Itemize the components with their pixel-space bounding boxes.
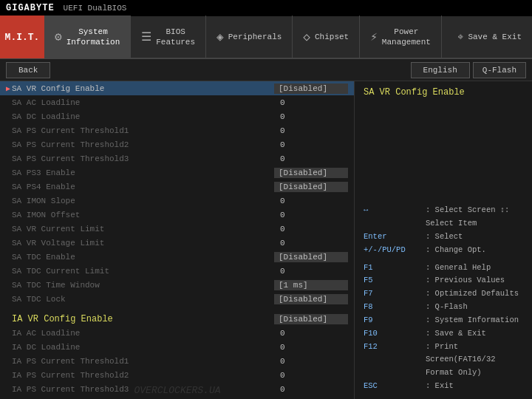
- table-row[interactable]: SA PS4 Enable[Disabled]: [0, 180, 354, 194]
- row-value: 0: [274, 225, 348, 233]
- row-label: SA VR Current Limit: [12, 225, 274, 233]
- key-desc: : Exit: [426, 380, 454, 393]
- table-row[interactable]: SA IMON Offset0: [0, 208, 354, 222]
- key-code: F5: [364, 274, 423, 287]
- row-label: SA VR Config Enable: [12, 84, 274, 93]
- row-label: SA AC Loadline: [12, 98, 274, 107]
- key-desc: : Select: [426, 231, 463, 244]
- save-exit-icon: ⎆: [458, 33, 463, 41]
- key-help-line: F8: Q-Flash: [364, 301, 523, 314]
- nav-chipset-label: Chipset: [315, 32, 349, 42]
- key-code: F9: [364, 314, 423, 327]
- table-row[interactable]: SA PS3 Enable[Disabled]: [0, 166, 354, 180]
- row-value: 0: [274, 112, 348, 121]
- key-code: F1: [364, 262, 423, 275]
- system-information-icon: ⚙: [55, 30, 62, 44]
- key-desc: : General Help: [426, 262, 491, 275]
- nav-bios-features[interactable]: ☰ BIOSFeatures: [131, 16, 206, 58]
- row-label: SA PS Current Threshold3: [12, 154, 274, 163]
- peripherals-icon: ◈: [216, 30, 224, 44]
- nav-system-information-label: SystemInformation: [66, 27, 120, 48]
- back-button[interactable]: Back: [6, 62, 50, 78]
- bios-features-icon: ☰: [141, 30, 151, 44]
- table-row[interactable]: SA IMON Slope0: [0, 194, 354, 208]
- nav-peripherals-label: Peripherals: [228, 32, 282, 42]
- table-row[interactable]: IA PS Current Threshold20: [0, 368, 354, 382]
- row-arrow: ▶: [6, 84, 12, 93]
- table-row[interactable]: SA VR Voltage Limit0: [0, 236, 354, 250]
- key-code: F8: [364, 301, 423, 314]
- row-label: IA PS Current Threshold3: [12, 385, 274, 394]
- nav-system-information[interactable]: ⚙ SystemInformation: [44, 16, 131, 58]
- row-value: 0: [274, 267, 348, 276]
- nav-power-label: PowerManagement: [382, 27, 431, 48]
- row-value: 0: [274, 343, 348, 352]
- key-desc: : Save & Exit: [426, 327, 486, 341]
- row-label: SA PS Current Threshold1: [12, 126, 274, 135]
- nav-chipset[interactable]: ◇ Chipset: [293, 16, 360, 58]
- nav-bios-features-label: BIOSFeatures: [156, 27, 195, 48]
- key-code: F12: [364, 341, 423, 381]
- key-desc: : Change Opt.: [426, 244, 486, 257]
- save-exit-button[interactable]: ⎆ Save & Exit: [448, 16, 532, 58]
- row-label: SA PS3 Enable: [12, 168, 274, 177]
- row-label: SA IMON Slope: [12, 197, 274, 205]
- row-value: 0: [274, 371, 348, 380]
- key-desc: : Select Screen ↕: Select Item: [426, 204, 523, 231]
- table-row[interactable]: SA VR Current Limit0: [0, 222, 354, 236]
- item-description: SA VR Config Enable: [364, 87, 523, 117]
- power-icon: ⚡: [370, 30, 378, 44]
- row-value: 0: [274, 385, 348, 394]
- table-row[interactable]: ▶SA VR Config Enable[Disabled]: [0, 81, 354, 95]
- key-code: ↔: [364, 204, 423, 231]
- key-help-line: F1: General Help: [364, 262, 523, 275]
- row-label: SA PS4 Enable: [12, 183, 274, 191]
- nav-power-management[interactable]: ⚡ PowerManagement: [360, 16, 442, 58]
- key-code: F7: [364, 287, 423, 301]
- key-help-line: F5: Previous Values: [364, 274, 523, 287]
- key-code: F10: [364, 327, 423, 341]
- key-help-line: F7: Optimized Defaults: [364, 287, 523, 301]
- row-label: SA TDC Current Limit: [12, 267, 274, 276]
- row-label: SA VR Voltage Limit: [12, 239, 274, 248]
- row-value: [Disabled]: [274, 168, 348, 178]
- table-row[interactable]: IA PS Current Threshold10: [0, 354, 354, 368]
- right-panel: SA VR Config Enable ↔: Select Screen ↕: …: [355, 81, 532, 399]
- mit-button[interactable]: M.I.T.: [0, 16, 44, 58]
- row-label: SA PS Current Threshold2: [12, 140, 274, 149]
- key-desc: : Previous Values: [426, 274, 505, 287]
- table-row[interactable]: SA TDC Lock[Disabled]: [0, 292, 354, 306]
- table-row[interactable]: SA PS Current Threshold30: [0, 151, 354, 166]
- key-help-line: ESC: Exit: [364, 380, 523, 393]
- table-row[interactable]: IA VR Config Enable[Disabled]: [0, 312, 354, 326]
- table-row[interactable]: SA TDC Enable[Disabled]: [0, 250, 354, 264]
- row-value: 0: [274, 126, 348, 135]
- table-row[interactable]: SA TDC Current Limit0: [0, 264, 354, 278]
- table-row[interactable]: SA DC Loadline0: [0, 109, 354, 123]
- language-button[interactable]: English: [411, 62, 470, 78]
- row-value: [Disabled]: [274, 252, 348, 262]
- nav-bar: M.I.T. ⚙ SystemInformation ☰ BIOSFeature…: [0, 16, 532, 59]
- row-value: 0: [274, 197, 348, 205]
- row-label: IA AC Loadline: [12, 329, 274, 338]
- row-value: 0: [274, 211, 348, 219]
- key-help-line: Enter: Select: [364, 231, 523, 244]
- key-desc: : System Information: [426, 314, 519, 327]
- key-code: +/-/PU/PD: [364, 244, 423, 257]
- left-panel: ▶SA VR Config Enable[Disabled]SA AC Load…: [0, 81, 355, 399]
- key-desc: : Print Screen(FAT16/32 Format Only): [426, 341, 523, 381]
- table-row[interactable]: SA AC Loadline0: [0, 95, 354, 109]
- key-code: ESC: [364, 380, 423, 393]
- table-row[interactable]: SA PS Current Threshold20: [0, 137, 354, 151]
- row-label: IA DC Loadline: [12, 343, 274, 352]
- table-row[interactable]: SA TDC Time Window[1 ms]: [0, 278, 354, 292]
- table-row[interactable]: SA PS Current Threshold10: [0, 123, 354, 137]
- table-row[interactable]: IA AC Loadline0: [0, 326, 354, 340]
- qflash-button[interactable]: Q-Flash: [473, 62, 526, 78]
- row-value: [Disabled]: [274, 294, 348, 304]
- table-row[interactable]: IA PS Current Threshold30: [0, 382, 354, 396]
- table-row[interactable]: IA DC Loadline0: [0, 340, 354, 354]
- key-help-line: F12: Print Screen(FAT16/32 Format Only): [364, 341, 523, 381]
- nav-peripherals[interactable]: ◈ Peripherals: [206, 16, 293, 58]
- row-label: SA DC Loadline: [12, 112, 274, 121]
